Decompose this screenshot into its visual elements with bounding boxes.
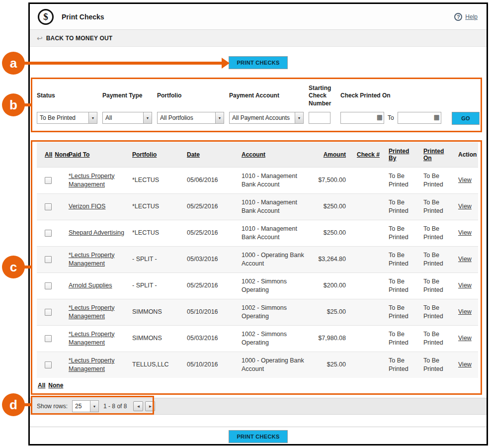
payment-account-select[interactable]: All Payment Accounts ▼: [229, 112, 304, 124]
printed-by-cell: To Be Printed: [386, 246, 420, 272]
next-arrow-icon: ►: [148, 404, 152, 409]
column-header-account[interactable]: Account: [242, 151, 265, 158]
starting-check-number-label: Starting Check Number: [309, 80, 335, 112]
payment-type-select[interactable]: All ▼: [102, 112, 152, 124]
row-checkbox[interactable]: [45, 335, 52, 342]
status-select-value: To Be Printed: [37, 114, 88, 121]
back-to-money-out-link[interactable]: BACK TO MONEY OUT: [46, 35, 113, 42]
status-label: Status: [37, 80, 97, 112]
printed-by-cell: To Be Printed: [386, 220, 420, 246]
view-link[interactable]: View: [458, 361, 472, 368]
paid-to-link[interactable]: *Lectus Property Management: [69, 173, 114, 188]
printed-on-cell: To Be Printed: [420, 193, 455, 220]
print-checks-button-bottom[interactable]: PRINT CHECKS: [229, 430, 287, 443]
column-header-date[interactable]: Date: [187, 151, 200, 158]
check-number-cell: [354, 299, 386, 325]
select-none-link-bottom[interactable]: None: [48, 382, 63, 389]
go-button[interactable]: GO: [452, 112, 480, 125]
column-header-check-number[interactable]: Check #: [357, 151, 380, 158]
paid-to-link[interactable]: Verizon FIOS: [69, 203, 105, 210]
amount-cell: $3,264.80: [309, 246, 354, 272]
printed-on-cell: To Be Printed: [420, 325, 455, 352]
printed-on-cell: To Be Printed: [420, 167, 455, 193]
column-header-amount[interactable]: Amount: [324, 151, 346, 158]
column-header-printed-by[interactable]: Printed By: [389, 148, 409, 162]
amount-cell: $200.00: [309, 272, 354, 299]
next-page-button[interactable]: ►: [145, 401, 155, 411]
select-none-link[interactable]: None: [55, 151, 70, 158]
paid-to-link[interactable]: *Lectus Property Management: [69, 304, 114, 320]
table-row: *Lectus Property Management *LECTUS 05/0…: [37, 167, 478, 193]
row-checkbox[interactable]: [45, 361, 52, 368]
status-select[interactable]: To Be Printed ▼: [37, 112, 97, 124]
paid-to-link[interactable]: *Lectus Property Management: [69, 357, 114, 372]
date-cell: 05/03/2016: [184, 246, 239, 272]
print-checks-button-top[interactable]: PRINT CHECKS: [229, 56, 287, 69]
portfolio-cell: *LECTUS: [129, 167, 184, 193]
account-cell: 1000 - Operating Bank Account: [239, 246, 309, 272]
starting-check-number-input[interactable]: [309, 112, 330, 124]
column-header-portfolio[interactable]: Portfolio: [132, 151, 157, 158]
paid-to-link[interactable]: Shepard Advertising: [69, 229, 124, 236]
table-row: *Lectus Property Management SIMMONS 05/0…: [37, 325, 478, 352]
printed-on-cell: To Be Printed: [420, 299, 455, 325]
date-cell: 05/10/2016: [184, 352, 239, 378]
paid-to-link[interactable]: *Lectus Property Management: [69, 331, 114, 346]
account-cell: 1010 - Management Bank Account: [239, 220, 309, 246]
view-link[interactable]: View: [458, 177, 472, 183]
app-header: $ Print Checks ? Help: [30, 4, 487, 30]
date-cell: 05/25/2016: [184, 220, 239, 246]
calendar-icon[interactable]: ▦: [377, 114, 383, 120]
pagination-bar: Show rows: 25 ▼ 1 - 8 of 8 ◄ ►: [30, 398, 487, 415]
amount-cell: $25.00: [309, 299, 354, 325]
select-all-link-bottom[interactable]: All: [38, 382, 45, 389]
portfolio-cell: SIMMONS: [129, 325, 184, 352]
account-cell: 1002 - Simmons Operating: [239, 299, 309, 325]
check-number-cell: [354, 220, 386, 246]
annotation-label-c: c: [2, 256, 25, 278]
chevron-down-icon: ▼: [88, 112, 97, 123]
page-title: Print Checks: [62, 13, 104, 21]
view-link[interactable]: View: [458, 308, 472, 315]
check-number-cell: [354, 272, 386, 299]
show-rows-label: Show rows:: [37, 403, 68, 410]
go-spacer: [452, 80, 480, 112]
previous-page-button[interactable]: ◄: [133, 401, 143, 411]
portfolio-cell: SIMMONS: [129, 299, 184, 325]
bottom-button-row: PRINT CHECKS: [30, 430, 487, 443]
row-checkbox[interactable]: [45, 230, 52, 237]
payment-account-label: Payment Account: [229, 80, 304, 112]
row-checkbox[interactable]: [45, 177, 52, 184]
checks-table: All None Paid To Portfolio Date Account …: [37, 142, 478, 378]
page-size-select[interactable]: 25 ▼: [72, 400, 99, 412]
row-checkbox[interactable]: [45, 282, 52, 289]
column-header-printed-on[interactable]: Printed On: [423, 148, 444, 162]
annotation-label-a: a: [2, 52, 25, 75]
portfolio-select[interactable]: All Portfolios ▼: [157, 112, 224, 124]
table-row: Verizon FIOS *LECTUS 05/25/2016 1010 - M…: [37, 193, 478, 220]
column-header-paid-to[interactable]: Paid To: [69, 151, 89, 158]
row-checkbox[interactable]: [45, 309, 52, 316]
amount-cell: $250.00: [309, 193, 354, 220]
select-all-link[interactable]: All: [45, 151, 52, 158]
row-checkbox[interactable]: [45, 256, 52, 263]
chevron-down-icon: ▼: [90, 401, 98, 412]
page-size-value: 25: [73, 403, 90, 410]
view-link[interactable]: View: [458, 335, 472, 342]
help-link[interactable]: Help: [465, 13, 478, 20]
view-link[interactable]: View: [458, 256, 472, 263]
calendar-icon[interactable]: ▦: [433, 114, 439, 120]
printed-on-cell: To Be Printed: [420, 246, 455, 272]
table-row: *Lectus Property Management - SPLIT - 05…: [37, 246, 478, 272]
view-link[interactable]: View: [458, 282, 472, 289]
annotation-label-d: d: [2, 393, 25, 416]
paid-to-link[interactable]: *Lectus Property Management: [69, 252, 114, 267]
view-link[interactable]: View: [458, 203, 472, 210]
help-wrap[interactable]: ? Help: [454, 13, 478, 21]
paid-to-link[interactable]: Arnold Supplies: [69, 282, 112, 289]
row-checkbox[interactable]: [45, 203, 52, 210]
check-printed-on-label: Check Printed On: [340, 80, 447, 112]
view-link[interactable]: View: [458, 229, 472, 236]
amount-cell: $7,500.00: [309, 167, 354, 193]
portfolio-cell: *LECTUS: [129, 193, 184, 220]
